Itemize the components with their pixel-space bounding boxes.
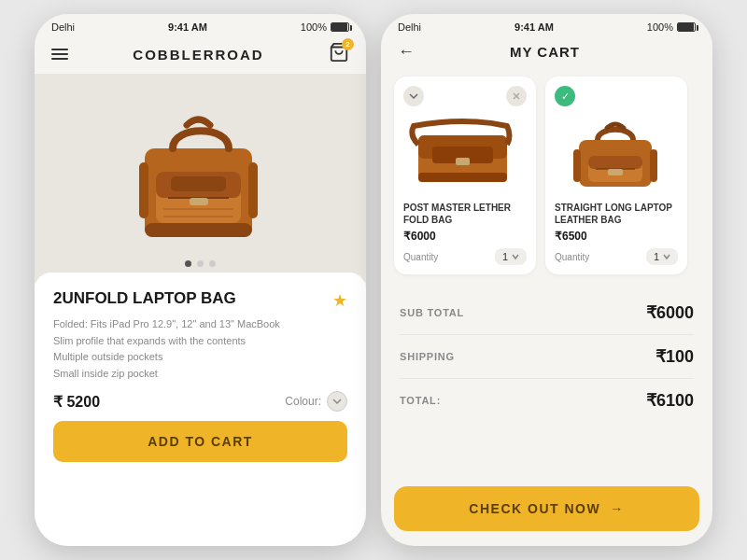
svg-rect-7	[139, 162, 148, 218]
svg-rect-17	[456, 158, 470, 165]
cart-item-img-1	[403, 112, 527, 196]
feature-2: Slim profile that expands with the conte…	[53, 335, 246, 346]
shipping-value: ₹100	[655, 346, 694, 367]
dot-2	[197, 260, 204, 267]
total-value: ₹6100	[646, 390, 694, 411]
qty-label-1: Quantity	[403, 252, 438, 262]
product-screen: Delhi 9:41 AM 100% COBBLERROAD 2	[35, 14, 366, 546]
color-circle[interactable]	[327, 391, 347, 412]
product-name: 2UNFOLD LAPTOP BAG	[53, 289, 236, 308]
qty-chevron-icon-2	[663, 253, 670, 260]
svg-rect-9	[145, 223, 252, 237]
nav-bar-cart: ← MY CART	[381, 36, 712, 69]
add-to-cart-button[interactable]: ADD TO CART	[53, 421, 347, 462]
star-icon: ★	[332, 290, 347, 311]
brand-title: COBBLERROAD	[133, 47, 263, 63]
dot-1	[185, 260, 191, 267]
product-info-card: 2UNFOLD LAPTOP BAG ★ Folded: Fits iPad P…	[35, 273, 366, 546]
cart-title: MY CART	[510, 44, 580, 60]
feature-4: Small inside zip pocket	[53, 368, 158, 379]
checkout-arrow-icon: →	[610, 501, 625, 516]
qty-value-2: 1	[654, 251, 659, 262]
product-features: Folded: Fits iPad Pro 12.9", 12" and 13"…	[53, 316, 347, 382]
battery-percent-product: 100%	[301, 21, 327, 33]
price-color-row: ₹ 5200 Colour:	[53, 391, 347, 412]
subtotal-label: SUB TOTAL	[400, 307, 464, 318]
qty-label-2: Quantity	[555, 252, 589, 262]
product-image-area	[35, 74, 366, 282]
checkout-label: CHECK OUT NOW	[469, 501, 600, 516]
close-btn-1[interactable]	[506, 86, 527, 106]
battery-icon-cart	[677, 22, 696, 32]
quantity-row-2: Quantity 1	[555, 248, 678, 265]
cart-item-2: ✓	[545, 77, 687, 274]
product-dots	[185, 260, 216, 267]
subtotal-value: ₹6000	[646, 302, 694, 323]
total-row: TOTAL: ₹6100	[400, 379, 694, 422]
back-button[interactable]: ←	[398, 42, 415, 62]
feature-3: Multiple outside pockets	[53, 351, 162, 362]
chevron-down-small-icon	[409, 91, 418, 101]
bag-illustration	[117, 97, 285, 246]
status-right-cart: 100%	[647, 21, 696, 33]
color-selector[interactable]: Colour:	[285, 391, 347, 412]
svg-rect-25	[650, 149, 657, 182]
status-location: Delhi	[51, 21, 75, 33]
product-name-row: 2UNFOLD LAPTOP BAG ★	[53, 289, 347, 311]
close-icon	[512, 91, 521, 101]
cart-items-area: POST MASTER LETHER FOLD BAG ₹6000 Quanti…	[381, 69, 712, 282]
messenger-bag-illustration	[409, 117, 521, 191]
checkout-btn-wrap: CHECK OUT NOW →	[381, 477, 712, 546]
card-top-row-2: ✓	[555, 86, 678, 106]
subtotal-row: SUB TOTAL ₹6000	[400, 291, 694, 335]
nav-bar-product: COBBLERROAD 2	[35, 36, 366, 74]
status-bar-cart: Delhi 9:41 AM 100%	[381, 14, 712, 36]
status-time-product: 9:41 AM	[168, 21, 207, 33]
cart-item-price-2: ₹6500	[555, 230, 678, 243]
checkout-button[interactable]: CHECK OUT NOW →	[394, 486, 699, 531]
qty-select-1[interactable]: 1	[495, 248, 527, 265]
svg-rect-8	[248, 162, 258, 218]
colour-label: Colour:	[285, 395, 321, 408]
chevron-down-icon	[331, 396, 343, 407]
svg-rect-5	[171, 176, 226, 191]
svg-rect-24	[573, 149, 581, 182]
menu-button[interactable]	[51, 49, 68, 60]
card-top-row-1	[403, 86, 527, 106]
shipping-label: SHIPPING	[400, 351, 455, 362]
product-image	[107, 92, 294, 251]
cart-icon-wrap[interactable]: 2	[329, 42, 349, 66]
cart-screen: Delhi 9:41 AM 100% ← MY CART	[381, 14, 712, 546]
status-right-product: 100%	[301, 21, 349, 33]
qty-chevron-icon-1	[512, 253, 519, 260]
total-label: TOTAL:	[400, 395, 441, 406]
cart-item-price-1: ₹6000	[403, 230, 527, 243]
product-price: ₹ 5200	[53, 393, 100, 411]
cart-badge: 2	[342, 38, 354, 50]
status-left-cart: Delhi	[398, 21, 421, 33]
status-time-cart: 9:41 AM	[514, 21, 554, 33]
dot-3	[209, 260, 216, 267]
expand-btn-1[interactable]	[403, 86, 424, 106]
backpack-illustration	[565, 117, 668, 191]
status-left: Delhi	[51, 21, 75, 33]
status-bar-product: Delhi 9:41 AM 100%	[35, 14, 366, 36]
cart-item-name-1: POST MASTER LETHER FOLD BAG	[403, 202, 527, 226]
battery-icon-product	[331, 22, 349, 32]
status-location-cart: Delhi	[398, 21, 421, 33]
qty-value-1: 1	[502, 251, 508, 262]
cart-item-img-2	[555, 112, 678, 196]
qty-select-2[interactable]: 1	[646, 248, 678, 265]
battery-percent-cart: 100%	[647, 21, 673, 33]
quantity-row-1: Quantity 1	[403, 248, 527, 265]
svg-rect-23	[608, 169, 623, 175]
shipping-row: SHIPPING ₹100	[400, 335, 694, 379]
active-check-2[interactable]: ✓	[555, 86, 575, 106]
feature-1: Folded: Fits iPad Pro 12.9", 12" and 13"…	[53, 318, 280, 329]
svg-rect-6	[190, 198, 208, 205]
svg-rect-21	[588, 156, 642, 169]
cart-item-1: POST MASTER LETHER FOLD BAG ₹6000 Quanti…	[394, 77, 536, 274]
cart-totals: SUB TOTAL ₹6000 SHIPPING ₹100 TOTAL: ₹61…	[381, 282, 712, 477]
cart-item-name-2: STRAIGHT LONG LAPTOP LEATHER BAG	[555, 202, 678, 226]
svg-rect-18	[418, 173, 507, 182]
